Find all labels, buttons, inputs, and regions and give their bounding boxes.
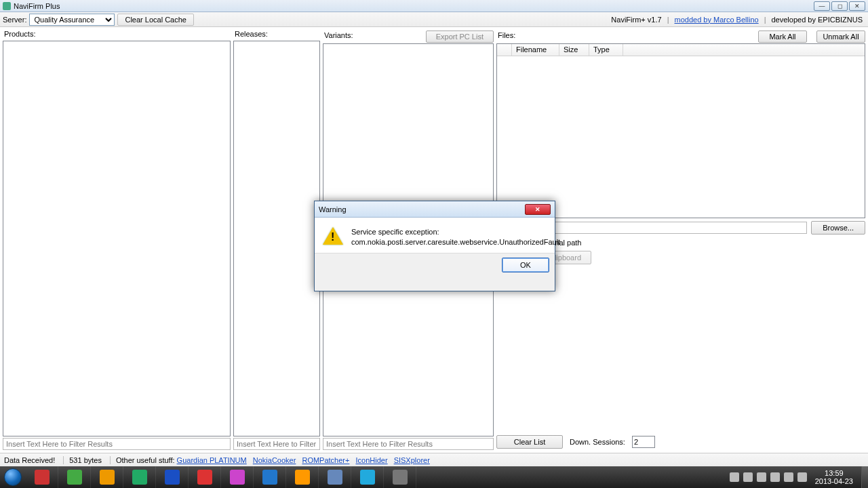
tray-icon[interactable] [757, 472, 766, 482]
warning-icon: ! [323, 227, 343, 246]
tray-icon[interactable] [797, 472, 807, 482]
maximize-button[interactable]: ◻ [831, 1, 848, 11]
show-desktop-button[interactable] [861, 466, 868, 488]
taskbar-app[interactable] [123, 466, 156, 488]
files-label: Files: [496, 31, 515, 42]
taskbar-app[interactable] [384, 466, 416, 488]
taskbar-app[interactable] [221, 466, 254, 488]
modded-by-link[interactable]: modded by Marco Bellino [675, 16, 759, 24]
taskbar-app[interactable] [319, 466, 351, 488]
variants-filter[interactable] [323, 438, 494, 450]
app-icon [3, 2, 11, 10]
tray-icon[interactable] [743, 472, 753, 482]
taskbar-clock[interactable]: 13:592013-04-23 [811, 469, 857, 485]
dialog-title: Warning [319, 205, 525, 214]
checkbox-column[interactable] [497, 44, 512, 56]
developed-by-label: developed by EPICBIZNUS [771, 16, 863, 24]
clear-cache-button[interactable]: Clear Local Cache [117, 14, 194, 26]
clear-list-button[interactable]: Clear List [496, 435, 563, 449]
taskbar-app[interactable] [91, 466, 123, 488]
files-table[interactable]: Filename Size Type [496, 43, 865, 218]
sessions-label: Down. Sessions: [570, 438, 625, 446]
taskbar: 13:592013-04-23 [0, 466, 868, 488]
window-title: NaviFirm Plus [14, 2, 814, 10]
dialog-ok-button[interactable]: OK [502, 258, 549, 272]
tray-icon[interactable] [730, 472, 739, 482]
taskbar-app[interactable] [286, 466, 319, 488]
unmark-all-button[interactable]: Unmark All [816, 30, 865, 43]
link-iconhider[interactable]: IconHider [356, 456, 388, 464]
warning-dialog: Warning ✕ ! Service specific exception: … [314, 201, 555, 291]
status-received: Data Received! [4, 456, 55, 464]
products-list[interactable] [3, 41, 231, 436]
system-tray[interactable]: 13:592013-04-23 [726, 469, 861, 485]
link-nokiacooker[interactable]: NokiaCooker [253, 456, 296, 464]
window-titlebar: NaviFirm Plus — ◻ ✕ [0, 0, 868, 12]
taskbar-app[interactable] [351, 466, 384, 488]
variants-label: Variants: [323, 31, 353, 42]
releases-label: Releases: [233, 30, 320, 41]
version-label: NaviFirm+ v1.7 [611, 16, 661, 24]
taskbar-app[interactable] [254, 466, 286, 488]
tray-icon[interactable] [770, 472, 780, 482]
dialog-message: Service specific exception: com.nokia.po… [351, 227, 560, 247]
taskbar-app[interactable] [189, 466, 221, 488]
products-filter[interactable] [3, 438, 231, 450]
type-header[interactable]: Type [589, 44, 623, 56]
releases-list[interactable] [233, 41, 320, 436]
link-rompatcher[interactable]: ROMPatcher+ [302, 456, 349, 464]
link-guardian[interactable]: Guardian PLATINUM [177, 456, 247, 464]
releases-filter[interactable] [233, 438, 320, 450]
close-button[interactable]: ✕ [849, 1, 865, 11]
sessions-spinner[interactable] [632, 436, 655, 448]
size-header[interactable]: Size [559, 44, 589, 56]
browse-button[interactable]: Browse... [811, 221, 865, 235]
toolbar: Server: Quality Assurance Clear Local Ca… [0, 12, 868, 27]
taskbar-app[interactable] [58, 466, 91, 488]
link-sisxplorer[interactable]: SISXplorer [394, 456, 430, 464]
taskbar-app[interactable] [26, 466, 58, 488]
mark-all-button[interactable]: Mark All [758, 30, 807, 43]
minimize-button[interactable]: — [814, 1, 830, 11]
status-bar: Data Received! 531 bytes Other useful st… [0, 453, 868, 466]
server-select[interactable]: Quality Assurance [29, 14, 115, 26]
start-button[interactable] [0, 466, 26, 488]
dialog-close-button[interactable]: ✕ [525, 204, 551, 215]
filename-header[interactable]: Filename [512, 44, 559, 56]
export-pc-list-button[interactable]: Export PC List [426, 30, 494, 43]
tray-icon[interactable] [784, 472, 793, 482]
status-links: Other useful stuff: Guardian PLATINUM No… [110, 456, 434, 464]
products-label: Products: [3, 30, 231, 41]
server-label: Server: [3, 16, 26, 24]
status-bytes: 531 bytes [63, 456, 102, 464]
taskbar-app[interactable] [156, 466, 189, 488]
